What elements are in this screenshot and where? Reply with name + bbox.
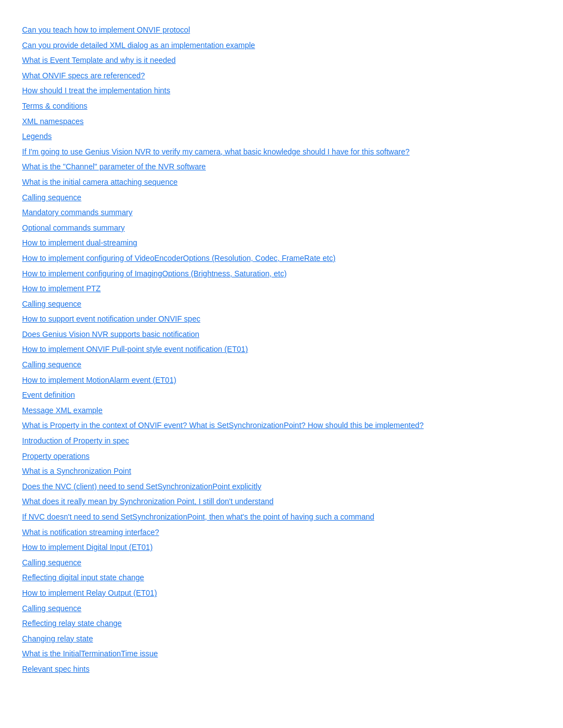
toc-link[interactable]: What is the initial camera attaching seq… (22, 178, 178, 186)
toc-link[interactable]: What is notification streaming interface… (22, 528, 159, 537)
toc-link[interactable]: Calling sequence (22, 299, 81, 308)
toc-link[interactable]: XML namespaces (22, 117, 84, 126)
list-item: How to support event notification under … (22, 312, 541, 326)
list-item: Calling sequence (22, 357, 541, 372)
toc-link[interactable]: Message XML example (22, 406, 103, 415)
toc-link[interactable]: How to implement MotionAlarm event (ET01… (22, 376, 176, 384)
list-item: Calling sequence (22, 297, 541, 312)
toc-link[interactable]: What is Property in the context of ONVIF… (22, 421, 424, 430)
toc-link[interactable]: If I'm going to use Genius Vision NVR to… (22, 147, 410, 156)
list-item: Changing relay state (22, 631, 541, 646)
toc-link[interactable]: Calling sequence (22, 604, 81, 613)
toc-link[interactable]: Does Genius Vision NVR supports basic no… (22, 330, 199, 339)
toc-link[interactable]: What is a Synchronization Point (22, 467, 131, 475)
list-item: How to implement Digital Input (ET01) (22, 540, 541, 555)
toc-link[interactable]: What is the "Channel" parameter of the N… (22, 162, 206, 171)
list-item: Can you provide detailed XML dialog as a… (22, 38, 541, 53)
list-item: How to implement PTZ (22, 281, 541, 296)
list-item: If NVC doesn't need to send SetSynchroni… (22, 510, 541, 524)
toc-link[interactable]: Calling sequence (22, 193, 81, 202)
toc-link[interactable]: What is Event Template and why is it nee… (22, 56, 176, 65)
list-item: If I'm going to use Genius Vision NVR to… (22, 144, 541, 159)
list-item: Optional commands summary (22, 221, 541, 235)
toc-link[interactable]: How to implement Relay Output (ET01) (22, 588, 157, 597)
list-item: What ONVIF specs are referenced? (22, 68, 541, 83)
list-item: How to implement dual-streaming (22, 235, 541, 250)
list-item: Property operations (22, 449, 541, 464)
list-item: XML namespaces (22, 114, 541, 129)
toc-link[interactable]: How to implement Digital Input (ET01) (22, 543, 153, 552)
toc-link[interactable]: How to implement configuring of VideoEnc… (22, 254, 336, 263)
toc-link[interactable]: Calling sequence (22, 360, 81, 369)
list-item: How to implement configuring of ImagingO… (22, 266, 541, 281)
list-item: Can you teach how to implement ONVIF pro… (22, 23, 541, 38)
toc-link[interactable]: Property operations (22, 452, 89, 461)
toc-link[interactable]: How to implement dual-streaming (22, 238, 137, 247)
toc-link[interactable]: Relevant spec hints (22, 665, 89, 673)
toc-link[interactable]: How to support event notification under … (22, 314, 200, 323)
toc-link[interactable]: Introduction of Property in spec (22, 436, 129, 445)
toc-link[interactable]: Calling sequence (22, 558, 81, 567)
toc-list: Can you teach how to implement ONVIF pro… (22, 23, 541, 677)
list-item: What is the initial camera attaching seq… (22, 175, 541, 190)
list-item: Terms & conditions (22, 99, 541, 114)
list-item: How should I treat the implementation hi… (22, 83, 541, 98)
toc-link[interactable]: Optional commands summary (22, 223, 125, 232)
list-item: Event definition (22, 388, 541, 403)
toc-link[interactable]: How should I treat the implementation hi… (22, 86, 170, 95)
toc-link[interactable]: Legends (22, 132, 52, 141)
toc-link[interactable]: If NVC doesn't need to send SetSynchroni… (22, 512, 374, 521)
list-item: Does the NVC (client) need to send SetSy… (22, 479, 541, 494)
list-item: Does Genius Vision NVR supports basic no… (22, 327, 541, 342)
list-item: How to implement Relay Output (ET01) (22, 586, 541, 601)
toc-link[interactable]: How to implement configuring of ImagingO… (22, 269, 286, 278)
list-item: How to implement MotionAlarm event (ET01… (22, 373, 541, 388)
list-item: Mandatory commands summary (22, 205, 541, 220)
list-item: Introduction of Property in spec (22, 433, 541, 448)
toc-link[interactable]: What does it really mean by Synchronizat… (22, 497, 274, 506)
list-item: Calling sequence (22, 601, 541, 616)
list-item: Calling sequence (22, 555, 541, 570)
list-item: Reflecting digital input state change (22, 570, 541, 585)
toc-link[interactable]: Reflecting relay state change (22, 619, 122, 628)
toc-link[interactable]: Can you provide detailed XML dialog as a… (22, 41, 255, 50)
toc-link[interactable]: Reflecting digital input state change (22, 573, 144, 582)
toc-link[interactable]: Changing relay state (22, 634, 93, 643)
list-item: Message XML example (22, 403, 541, 418)
list-item: Reflecting relay state change (22, 616, 541, 631)
toc-link[interactable]: Does the NVC (client) need to send SetSy… (22, 482, 261, 491)
list-item: What is the InitialTerminationTime issue (22, 646, 541, 661)
toc-link[interactable]: Mandatory commands summary (22, 208, 132, 217)
list-item: What is the "Channel" parameter of the N… (22, 159, 541, 174)
list-item: Relevant spec hints (22, 662, 541, 677)
list-item: What is a Synchronization Point (22, 464, 541, 479)
toc-link[interactable]: Terms & conditions (22, 101, 87, 110)
toc-link[interactable]: How to implement ONVIF Pull-point style … (22, 345, 248, 354)
toc-link[interactable]: How to implement PTZ (22, 284, 100, 293)
toc-link[interactable]: What ONVIF specs are referenced? (22, 71, 145, 80)
list-item: What is Event Template and why is it nee… (22, 53, 541, 68)
toc-link[interactable]: What is the InitialTerminationTime issue (22, 649, 158, 658)
toc-link[interactable]: Event definition (22, 390, 75, 399)
list-item: How to implement configuring of VideoEnc… (22, 251, 541, 266)
list-item: Legends (22, 129, 541, 144)
list-item: How to implement ONVIF Pull-point style … (22, 342, 541, 357)
list-item: What does it really mean by Synchronizat… (22, 494, 541, 509)
list-item: What is Property in the context of ONVIF… (22, 418, 541, 433)
toc-link[interactable]: Can you teach how to implement ONVIF pro… (22, 25, 190, 34)
list-item: Calling sequence (22, 190, 541, 205)
list-item: What is notification streaming interface… (22, 525, 541, 540)
